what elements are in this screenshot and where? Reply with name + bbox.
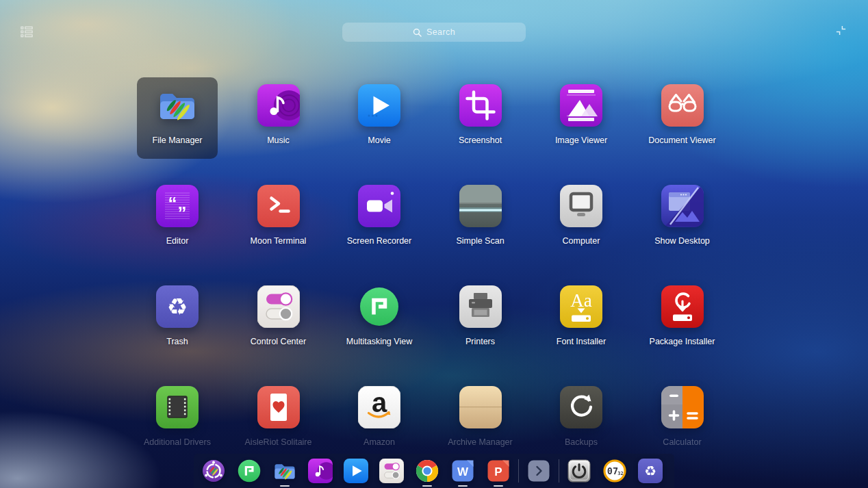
clock-hours: 07 xyxy=(607,465,618,476)
app-label: AisleRiot Solitaire xyxy=(245,437,312,447)
app-archive-manager[interactable]: Archive Manager xyxy=(440,379,521,461)
card-heart-icon xyxy=(257,386,300,428)
dock-item-power[interactable] xyxy=(561,454,597,488)
multitasking-icon xyxy=(237,459,261,483)
running-indicator xyxy=(494,485,503,487)
archive-icon xyxy=(459,386,502,428)
app-movie[interactable]: Movie xyxy=(339,77,420,159)
app-music[interactable]: Music xyxy=(238,77,319,159)
editor-icon: “ ” xyxy=(156,185,199,227)
dock-item-expand[interactable] xyxy=(521,454,557,488)
app-label: Simple Scan xyxy=(456,236,504,246)
backup-arrow-icon xyxy=(560,386,602,428)
app-show-desktop[interactable]: Show Desktop xyxy=(642,178,723,259)
screen-recorder-icon xyxy=(358,185,400,227)
app-multitasking-view[interactable]: Multitasking View xyxy=(339,279,420,360)
app-moon-terminal[interactable]: Moon Terminal xyxy=(238,178,319,259)
quote-glyph: ” xyxy=(178,203,187,223)
dock-separator xyxy=(559,459,559,483)
clock-minutes: 32 xyxy=(617,471,623,476)
app-screen-recorder[interactable]: Screen Recorder xyxy=(339,178,420,259)
app-trash[interactable]: ♻ Trash xyxy=(137,279,218,360)
app-label: Movie xyxy=(368,136,390,145)
app-label: Screenshot xyxy=(459,136,502,145)
music-icon xyxy=(257,84,300,127)
file-manager-icon xyxy=(272,459,297,483)
app-screenshot[interactable]: Screenshot xyxy=(440,77,521,159)
app-document-viewer[interactable]: Document Viewer xyxy=(642,77,723,159)
package-installer-icon xyxy=(661,285,704,328)
wps-writer-icon: W xyxy=(450,459,475,483)
font-installer-icon: Aa xyxy=(560,285,602,328)
app-file-manager[interactable]: File Manager xyxy=(137,77,218,159)
control-center-icon xyxy=(379,459,404,483)
wps-writer-letter: W xyxy=(457,465,469,478)
app-amazon[interactable]: a Amazon xyxy=(339,379,420,461)
app-printers[interactable]: Printers xyxy=(440,279,521,360)
app-label: Trash xyxy=(166,337,188,346)
list-view-toggle[interactable] xyxy=(21,25,33,41)
app-font-installer[interactable]: Aa Font Installer xyxy=(541,279,622,360)
wps-pdf-icon: P xyxy=(486,459,511,483)
show-desktop-icon xyxy=(661,185,704,227)
scanner-icon xyxy=(459,185,502,227)
computer-icon xyxy=(560,185,602,227)
dock-item-wps-pdf[interactable]: P xyxy=(481,454,516,488)
dock-item-movie[interactable] xyxy=(338,454,374,488)
dock-item-multitasking-view[interactable] xyxy=(231,454,267,488)
app-additional-drivers[interactable]: Additional Drivers xyxy=(137,379,218,461)
app-label: Additional Drivers xyxy=(144,437,211,447)
terminal-icon xyxy=(257,185,300,227)
exit-fullscreen-toggle[interactable] xyxy=(835,25,847,39)
app-image-viewer[interactable]: Image Viewer xyxy=(541,77,622,159)
app-label: Show Desktop xyxy=(654,236,710,246)
movie-icon xyxy=(344,459,368,483)
app-computer[interactable]: Computer xyxy=(541,178,622,259)
dock-item-file-manager[interactable] xyxy=(267,454,303,488)
dock-item-trash[interactable]: ♻ xyxy=(633,454,668,488)
document-viewer-icon xyxy=(661,84,704,127)
dock-separator xyxy=(518,459,519,483)
app-label: Font Installer xyxy=(557,337,606,346)
exit-fullscreen-icon xyxy=(835,25,847,36)
app-label: Image Viewer xyxy=(555,136,607,145)
running-indicator xyxy=(458,485,468,487)
app-control-center[interactable]: Control Center xyxy=(238,279,319,360)
multitasking-icon xyxy=(358,285,400,328)
app-label: Document Viewer xyxy=(648,136,715,145)
app-simple-scan[interactable]: Simple Scan xyxy=(440,178,521,259)
quote-glyph: “ xyxy=(168,193,177,214)
app-label: Moon Terminal xyxy=(251,236,307,246)
movie-icon xyxy=(358,84,400,127)
search-placeholder: Search xyxy=(426,27,455,37)
app-editor[interactable]: “ ” Editor xyxy=(137,178,218,259)
printer-icon xyxy=(459,285,502,328)
recycle-glyph: ♻ xyxy=(167,293,188,320)
app-backups[interactable]: Backups xyxy=(541,379,622,461)
app-label: Multitasking View xyxy=(346,337,412,346)
amazon-letter-glyph: a xyxy=(372,387,387,418)
app-label: Calculator xyxy=(663,437,701,447)
dock-item-control-center[interactable] xyxy=(374,454,409,488)
running-indicator xyxy=(280,485,290,487)
dock-item-launcher[interactable] xyxy=(196,454,231,488)
control-center-icon xyxy=(257,285,300,328)
app-label: Printers xyxy=(465,337,495,346)
trash-icon: ♻ xyxy=(638,459,663,483)
recycle-glyph: ♻ xyxy=(644,463,656,479)
font-sample-glyph: Aa xyxy=(570,290,591,311)
app-label: Music xyxy=(267,136,290,145)
dock-item-music[interactable] xyxy=(303,454,338,488)
dock-item-chrome[interactable] xyxy=(409,454,445,488)
app-label: Editor xyxy=(166,236,189,246)
amazon-icon: a xyxy=(358,386,400,428)
app-aisleriot-solitaire[interactable]: AisleRiot Solitaire xyxy=(238,379,319,461)
app-package-installer[interactable]: Package Installer xyxy=(642,279,723,360)
app-label: Package Installer xyxy=(650,337,715,346)
dock-item-clock[interactable]: 07 32 xyxy=(597,454,633,488)
music-icon xyxy=(308,459,333,483)
dock-item-wps-writer[interactable]: W xyxy=(445,454,481,488)
app-calculator[interactable]: Calculator xyxy=(642,379,723,461)
power-icon xyxy=(567,459,591,483)
search-input[interactable]: Search xyxy=(342,23,526,42)
